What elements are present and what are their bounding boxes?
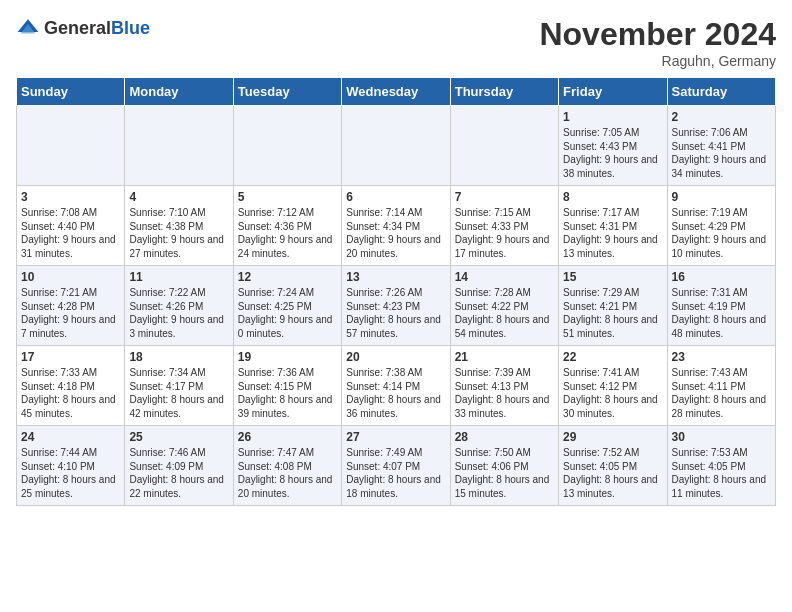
day-number: 11 bbox=[129, 270, 228, 284]
day-cell: 21Sunrise: 7:39 AM Sunset: 4:13 PM Dayli… bbox=[450, 346, 558, 426]
day-info: Sunrise: 7:24 AM Sunset: 4:25 PM Dayligh… bbox=[238, 286, 337, 340]
day-number: 14 bbox=[455, 270, 554, 284]
day-info: Sunrise: 7:44 AM Sunset: 4:10 PM Dayligh… bbox=[21, 446, 120, 500]
day-info: Sunrise: 7:14 AM Sunset: 4:34 PM Dayligh… bbox=[346, 206, 445, 260]
day-number: 20 bbox=[346, 350, 445, 364]
day-cell: 28Sunrise: 7:50 AM Sunset: 4:06 PM Dayli… bbox=[450, 426, 558, 506]
day-info: Sunrise: 7:49 AM Sunset: 4:07 PM Dayligh… bbox=[346, 446, 445, 500]
logo: GeneralBlue bbox=[16, 16, 150, 40]
day-cell: 14Sunrise: 7:28 AM Sunset: 4:22 PM Dayli… bbox=[450, 266, 558, 346]
day-number: 9 bbox=[672, 190, 771, 204]
day-number: 8 bbox=[563, 190, 662, 204]
day-number: 24 bbox=[21, 430, 120, 444]
day-number: 1 bbox=[563, 110, 662, 124]
day-cell: 15Sunrise: 7:29 AM Sunset: 4:21 PM Dayli… bbox=[559, 266, 667, 346]
day-number: 23 bbox=[672, 350, 771, 364]
day-cell: 24Sunrise: 7:44 AM Sunset: 4:10 PM Dayli… bbox=[17, 426, 125, 506]
col-header-monday: Monday bbox=[125, 78, 233, 106]
col-header-wednesday: Wednesday bbox=[342, 78, 450, 106]
day-info: Sunrise: 7:39 AM Sunset: 4:13 PM Dayligh… bbox=[455, 366, 554, 420]
day-cell: 27Sunrise: 7:49 AM Sunset: 4:07 PM Dayli… bbox=[342, 426, 450, 506]
day-info: Sunrise: 7:53 AM Sunset: 4:05 PM Dayligh… bbox=[672, 446, 771, 500]
day-number: 15 bbox=[563, 270, 662, 284]
day-cell bbox=[233, 106, 341, 186]
day-cell: 26Sunrise: 7:47 AM Sunset: 4:08 PM Dayli… bbox=[233, 426, 341, 506]
day-cell: 5Sunrise: 7:12 AM Sunset: 4:36 PM Daylig… bbox=[233, 186, 341, 266]
day-cell: 13Sunrise: 7:26 AM Sunset: 4:23 PM Dayli… bbox=[342, 266, 450, 346]
day-number: 5 bbox=[238, 190, 337, 204]
day-info: Sunrise: 7:36 AM Sunset: 4:15 PM Dayligh… bbox=[238, 366, 337, 420]
day-cell: 7Sunrise: 7:15 AM Sunset: 4:33 PM Daylig… bbox=[450, 186, 558, 266]
day-info: Sunrise: 7:29 AM Sunset: 4:21 PM Dayligh… bbox=[563, 286, 662, 340]
day-cell bbox=[125, 106, 233, 186]
day-cell: 29Sunrise: 7:52 AM Sunset: 4:05 PM Dayli… bbox=[559, 426, 667, 506]
day-cell: 9Sunrise: 7:19 AM Sunset: 4:29 PM Daylig… bbox=[667, 186, 775, 266]
day-cell: 1Sunrise: 7:05 AM Sunset: 4:43 PM Daylig… bbox=[559, 106, 667, 186]
day-info: Sunrise: 7:52 AM Sunset: 4:05 PM Dayligh… bbox=[563, 446, 662, 500]
day-info: Sunrise: 7:19 AM Sunset: 4:29 PM Dayligh… bbox=[672, 206, 771, 260]
day-number: 13 bbox=[346, 270, 445, 284]
day-number: 2 bbox=[672, 110, 771, 124]
day-info: Sunrise: 7:06 AM Sunset: 4:41 PM Dayligh… bbox=[672, 126, 771, 180]
day-cell bbox=[450, 106, 558, 186]
header-row: SundayMondayTuesdayWednesdayThursdayFrid… bbox=[17, 78, 776, 106]
col-header-tuesday: Tuesday bbox=[233, 78, 341, 106]
day-number: 16 bbox=[672, 270, 771, 284]
logo-general: General bbox=[44, 18, 111, 38]
day-cell: 22Sunrise: 7:41 AM Sunset: 4:12 PM Dayli… bbox=[559, 346, 667, 426]
page-header: GeneralBlue November 2024 Raguhn, German… bbox=[16, 16, 776, 69]
day-info: Sunrise: 7:28 AM Sunset: 4:22 PM Dayligh… bbox=[455, 286, 554, 340]
week-row-4: 17Sunrise: 7:33 AM Sunset: 4:18 PM Dayli… bbox=[17, 346, 776, 426]
day-info: Sunrise: 7:43 AM Sunset: 4:11 PM Dayligh… bbox=[672, 366, 771, 420]
day-number: 18 bbox=[129, 350, 228, 364]
day-cell: 6Sunrise: 7:14 AM Sunset: 4:34 PM Daylig… bbox=[342, 186, 450, 266]
day-info: Sunrise: 7:12 AM Sunset: 4:36 PM Dayligh… bbox=[238, 206, 337, 260]
day-info: Sunrise: 7:31 AM Sunset: 4:19 PM Dayligh… bbox=[672, 286, 771, 340]
day-number: 25 bbox=[129, 430, 228, 444]
day-cell: 2Sunrise: 7:06 AM Sunset: 4:41 PM Daylig… bbox=[667, 106, 775, 186]
day-info: Sunrise: 7:21 AM Sunset: 4:28 PM Dayligh… bbox=[21, 286, 120, 340]
day-info: Sunrise: 7:15 AM Sunset: 4:33 PM Dayligh… bbox=[455, 206, 554, 260]
day-number: 19 bbox=[238, 350, 337, 364]
week-row-2: 3Sunrise: 7:08 AM Sunset: 4:40 PM Daylig… bbox=[17, 186, 776, 266]
week-row-1: 1Sunrise: 7:05 AM Sunset: 4:43 PM Daylig… bbox=[17, 106, 776, 186]
day-cell: 25Sunrise: 7:46 AM Sunset: 4:09 PM Dayli… bbox=[125, 426, 233, 506]
day-info: Sunrise: 7:38 AM Sunset: 4:14 PM Dayligh… bbox=[346, 366, 445, 420]
day-number: 27 bbox=[346, 430, 445, 444]
day-cell: 23Sunrise: 7:43 AM Sunset: 4:11 PM Dayli… bbox=[667, 346, 775, 426]
col-header-saturday: Saturday bbox=[667, 78, 775, 106]
day-cell: 8Sunrise: 7:17 AM Sunset: 4:31 PM Daylig… bbox=[559, 186, 667, 266]
day-cell: 20Sunrise: 7:38 AM Sunset: 4:14 PM Dayli… bbox=[342, 346, 450, 426]
logo-icon bbox=[16, 16, 40, 40]
calendar-header: SundayMondayTuesdayWednesdayThursdayFrid… bbox=[17, 78, 776, 106]
day-number: 30 bbox=[672, 430, 771, 444]
day-number: 10 bbox=[21, 270, 120, 284]
day-cell: 11Sunrise: 7:22 AM Sunset: 4:26 PM Dayli… bbox=[125, 266, 233, 346]
day-number: 21 bbox=[455, 350, 554, 364]
day-info: Sunrise: 7:22 AM Sunset: 4:26 PM Dayligh… bbox=[129, 286, 228, 340]
day-cell: 12Sunrise: 7:24 AM Sunset: 4:25 PM Dayli… bbox=[233, 266, 341, 346]
calendar-body: 1Sunrise: 7:05 AM Sunset: 4:43 PM Daylig… bbox=[17, 106, 776, 506]
day-cell: 30Sunrise: 7:53 AM Sunset: 4:05 PM Dayli… bbox=[667, 426, 775, 506]
day-info: Sunrise: 7:50 AM Sunset: 4:06 PM Dayligh… bbox=[455, 446, 554, 500]
day-info: Sunrise: 7:46 AM Sunset: 4:09 PM Dayligh… bbox=[129, 446, 228, 500]
day-cell: 16Sunrise: 7:31 AM Sunset: 4:19 PM Dayli… bbox=[667, 266, 775, 346]
day-number: 29 bbox=[563, 430, 662, 444]
day-number: 26 bbox=[238, 430, 337, 444]
day-cell bbox=[342, 106, 450, 186]
col-header-thursday: Thursday bbox=[450, 78, 558, 106]
month-title: November 2024 bbox=[539, 16, 776, 53]
day-number: 17 bbox=[21, 350, 120, 364]
day-info: Sunrise: 7:26 AM Sunset: 4:23 PM Dayligh… bbox=[346, 286, 445, 340]
day-number: 4 bbox=[129, 190, 228, 204]
day-info: Sunrise: 7:05 AM Sunset: 4:43 PM Dayligh… bbox=[563, 126, 662, 180]
day-cell: 19Sunrise: 7:36 AM Sunset: 4:15 PM Dayli… bbox=[233, 346, 341, 426]
day-cell: 4Sunrise: 7:10 AM Sunset: 4:38 PM Daylig… bbox=[125, 186, 233, 266]
day-info: Sunrise: 7:34 AM Sunset: 4:17 PM Dayligh… bbox=[129, 366, 228, 420]
week-row-3: 10Sunrise: 7:21 AM Sunset: 4:28 PM Dayli… bbox=[17, 266, 776, 346]
day-number: 28 bbox=[455, 430, 554, 444]
day-info: Sunrise: 7:47 AM Sunset: 4:08 PM Dayligh… bbox=[238, 446, 337, 500]
col-header-sunday: Sunday bbox=[17, 78, 125, 106]
col-header-friday: Friday bbox=[559, 78, 667, 106]
day-info: Sunrise: 7:10 AM Sunset: 4:38 PM Dayligh… bbox=[129, 206, 228, 260]
